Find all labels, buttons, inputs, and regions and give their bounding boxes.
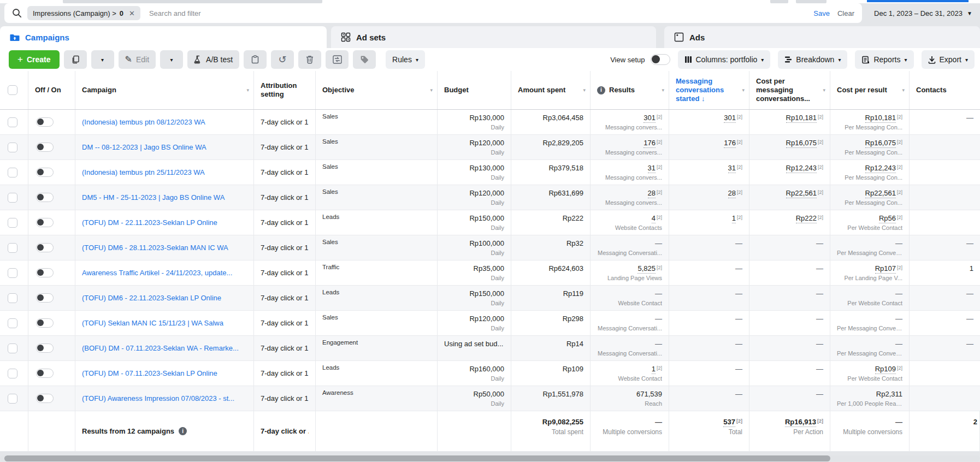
- sort-caret-icon[interactable]: ▾: [430, 86, 433, 94]
- campaign-link[interactable]: (BOFU) DM - 07.11.2023-Seklan WA - Remar…: [82, 336, 247, 360]
- row-checkbox[interactable]: [8, 343, 17, 353]
- campaign-toggle[interactable]: [36, 293, 54, 303]
- sort-caret-icon[interactable]: ▾: [902, 86, 905, 94]
- row-checkbox[interactable]: [8, 168, 17, 177]
- sort-caret-icon[interactable]: ▾: [742, 86, 745, 94]
- breakdown-label: Breakdown: [796, 55, 834, 64]
- sort-caret-icon[interactable]: ▾: [662, 86, 664, 94]
- filter-chip[interactable]: Impressions (Campaign) > 0 ✕: [27, 6, 140, 20]
- select-all-checkbox[interactable]: [8, 85, 17, 95]
- date-range-picker[interactable]: Dec 1, 2023 – Dec 31, 2023 ▼: [866, 3, 980, 23]
- tag-button[interactable]: [353, 50, 376, 69]
- columns-icon: [684, 56, 692, 63]
- tab-ads[interactable]: Ads: [664, 26, 980, 48]
- row-checkbox[interactable]: [8, 143, 17, 152]
- sort-caret-icon[interactable]: ▾: [583, 86, 586, 94]
- export-download-icon: [928, 56, 936, 64]
- edit-options-button[interactable]: ▾: [160, 50, 183, 69]
- sort-caret-icon[interactable]: ▾: [823, 86, 825, 94]
- row-checkbox[interactable]: [8, 218, 17, 228]
- cell-contacts: [910, 210, 980, 235]
- view-setup-switch[interactable]: [651, 54, 670, 65]
- campaign-link[interactable]: (TOFU) DM6 - 28.11.2023-Seklan MAN IC WA: [82, 235, 247, 260]
- info-icon[interactable]: i: [597, 86, 605, 94]
- row-checkbox[interactable]: [8, 268, 17, 278]
- pin-button[interactable]: [244, 50, 267, 69]
- campaign-link[interactable]: DM -- 08-12-2023 | Jago BS Online WA: [82, 135, 247, 159]
- header-objective[interactable]: Objective ▾: [316, 71, 438, 109]
- row-checkbox[interactable]: [8, 193, 17, 203]
- tab-ad-sets[interactable]: Ad sets: [331, 26, 656, 48]
- breakdown-button[interactable]: Breakdown ▾: [778, 50, 847, 69]
- table-row: (TOFU) Awareness Impression 07/08/2023 -…: [0, 386, 980, 411]
- campaign-toggle[interactable]: [36, 143, 54, 152]
- campaign-link[interactable]: (Indonesia) tembus ptn 25/11/2023 WA: [82, 160, 247, 185]
- header-messaging-conversations[interactable]: Messaging conversations started ↓ ▾: [669, 71, 749, 109]
- clear-filter-button[interactable]: Clear: [837, 9, 854, 17]
- campaign-link[interactable]: DM5 - HM - 25-11-2023 | Jago BS Online W…: [82, 185, 247, 210]
- header-results[interactable]: i Results ▾: [591, 71, 669, 109]
- view-setup-toggle[interactable]: View setup: [610, 54, 670, 65]
- create-button[interactable]: + Create: [9, 50, 60, 69]
- header-budget[interactable]: Budget: [438, 71, 511, 109]
- sort-caret-icon[interactable]: ▾: [246, 86, 249, 94]
- row-checkbox[interactable]: [8, 293, 17, 303]
- duplicate-button[interactable]: [64, 50, 87, 69]
- horizontal-scrollbar-track[interactable]: [0, 455, 980, 461]
- row-checkbox[interactable]: [8, 318, 17, 328]
- row-checkbox[interactable]: [8, 394, 17, 404]
- cell-checkbox: [0, 286, 28, 310]
- header-cost-per-result[interactable]: Cost per result ▾: [830, 71, 910, 109]
- cell-objective: Leads: [316, 210, 438, 235]
- campaign-link[interactable]: (TOFU) DM - 07.11.2023-Seklan LP Online: [82, 361, 247, 386]
- tab-campaigns[interactable]: Campaigns: [0, 26, 327, 48]
- campaign-toggle[interactable]: [36, 193, 54, 202]
- duplicate-options-button[interactable]: ▾: [91, 50, 114, 69]
- columns-button[interactable]: Columns: portfolio ▾: [678, 50, 771, 69]
- row-checkbox[interactable]: [8, 117, 17, 127]
- row-checkbox[interactable]: [8, 243, 17, 253]
- campaign-toggle[interactable]: [36, 318, 54, 328]
- export-button[interactable]: Export ▾: [922, 50, 975, 69]
- cell-campaign: (Indonesia) tembus ptn 25/11/2023 WA: [75, 160, 254, 185]
- header-campaign[interactable]: Campaign ▾: [75, 71, 254, 109]
- header-amount-spent[interactable]: Amount spent ▾: [511, 71, 591, 109]
- ab-test-button[interactable]: A/B test: [187, 50, 239, 69]
- campaign-link[interactable]: (TOFU) Seklan MAN IC 15/11/23 | WA Salwa: [82, 311, 247, 335]
- cell-messaging-conversations: 301[2]: [669, 110, 749, 134]
- campaign-link[interactable]: (TOFU) Awareness Impression 07/08/2023 -…: [82, 386, 247, 411]
- horizontal-scrollbar-thumb[interactable]: [4, 455, 830, 461]
- campaign-link[interactable]: Awareness Traffic Artikel - 24/11/2023, …: [82, 260, 247, 285]
- header-contacts[interactable]: Contacts: [910, 71, 980, 109]
- cell-off-on: [28, 160, 75, 185]
- campaign-toggle[interactable]: [36, 218, 54, 227]
- remove-filter-icon[interactable]: ✕: [127, 9, 135, 17]
- cell-checkbox: [0, 361, 28, 386]
- campaign-link[interactable]: (TOFU) DM6 - 22.11.2023-Seklan LP Online: [82, 286, 247, 310]
- campaign-toggle[interactable]: [36, 243, 54, 252]
- campaign-link[interactable]: (Indonesia) tembus ptn 08/12/2023 WA: [82, 110, 247, 134]
- table-row: DM -- 08-12-2023 | Jago BS Online WA7-da…: [0, 135, 980, 160]
- cell-campaign: DM5 - HM - 25-11-2023 | Jago BS Online W…: [75, 185, 254, 210]
- campaign-toggle[interactable]: [36, 369, 54, 378]
- campaign-toggle[interactable]: [36, 394, 54, 403]
- rules-button[interactable]: Rules ▾: [386, 50, 425, 69]
- undo-button[interactable]: ↺: [271, 50, 294, 69]
- campaign-link[interactable]: (TOFU) DM - 22.11.2023-Seklan LP Online: [82, 210, 247, 235]
- info-icon[interactable]: i: [179, 427, 187, 435]
- edit-button[interactable]: ✎ Edit: [119, 50, 156, 69]
- search-input[interactable]: Search and filter: [149, 9, 813, 17]
- save-filter-button[interactable]: Save: [813, 9, 830, 17]
- cell-attribution: 7-day click or 1...: [254, 185, 316, 210]
- row-checkbox[interactable]: [8, 369, 17, 378]
- reports-button[interactable]: Reports ▾: [855, 50, 913, 69]
- compare-button[interactable]: [326, 50, 349, 69]
- header-cost-per-messaging[interactable]: Cost per messaging conversations... ▾: [749, 71, 830, 109]
- delete-button[interactable]: [298, 50, 321, 69]
- campaign-toggle[interactable]: [36, 343, 54, 353]
- cell-campaign: (TOFU) DM - 07.11.2023-Seklan LP Online: [75, 361, 254, 386]
- cell-off-on: [28, 235, 75, 260]
- campaign-toggle[interactable]: [36, 117, 54, 127]
- campaign-toggle[interactable]: [36, 168, 54, 177]
- campaign-toggle[interactable]: [36, 268, 54, 277]
